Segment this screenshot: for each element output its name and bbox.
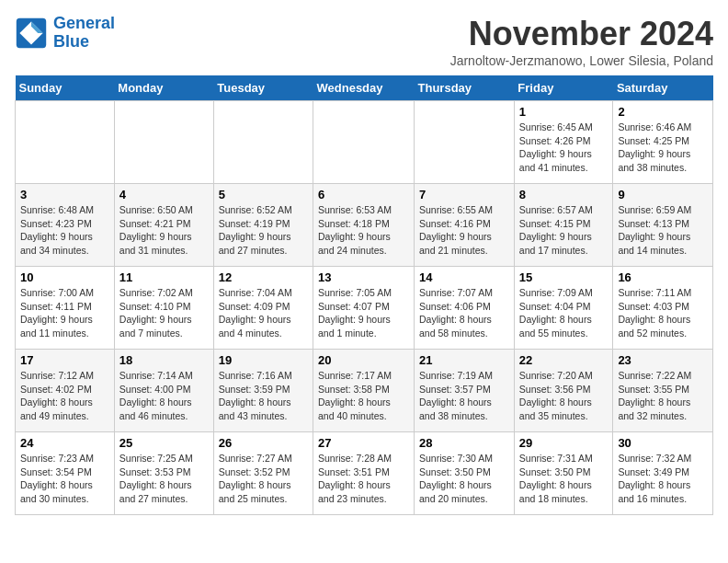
day-info: Sunrise: 7:20 AM Sunset: 3:56 PM Dayligh… bbox=[519, 369, 609, 423]
column-header-tuesday: Tuesday bbox=[213, 75, 313, 101]
day-number: 12 bbox=[219, 270, 308, 284]
calendar-cell: 15Sunrise: 7:09 AM Sunset: 4:04 PM Dayli… bbox=[514, 267, 613, 350]
calendar-cell: 3Sunrise: 6:48 AM Sunset: 4:23 PM Daylig… bbox=[16, 184, 115, 267]
day-number: 28 bbox=[419, 436, 509, 450]
day-number: 30 bbox=[618, 436, 708, 450]
calendar-cell: 4Sunrise: 6:50 AM Sunset: 4:21 PM Daylig… bbox=[114, 184, 213, 267]
day-number: 22 bbox=[519, 353, 609, 367]
day-info: Sunrise: 7:00 AM Sunset: 4:11 PM Dayligh… bbox=[20, 286, 109, 340]
calendar-cell: 25Sunrise: 7:25 AM Sunset: 3:53 PM Dayli… bbox=[114, 432, 213, 515]
calendar-cell: 16Sunrise: 7:11 AM Sunset: 4:03 PM Dayli… bbox=[613, 267, 713, 350]
calendar-cell bbox=[213, 101, 313, 184]
calendar-cell: 18Sunrise: 7:14 AM Sunset: 4:00 PM Dayli… bbox=[114, 350, 213, 432]
day-info: Sunrise: 7:07 AM Sunset: 4:06 PM Dayligh… bbox=[419, 286, 509, 340]
day-number: 17 bbox=[20, 353, 109, 367]
day-number: 13 bbox=[318, 270, 409, 284]
calendar-cell: 8Sunrise: 6:57 AM Sunset: 4:15 PM Daylig… bbox=[514, 184, 613, 267]
day-number: 19 bbox=[219, 353, 308, 367]
day-info: Sunrise: 7:11 AM Sunset: 4:03 PM Dayligh… bbox=[618, 286, 708, 340]
day-info: Sunrise: 7:30 AM Sunset: 3:50 PM Dayligh… bbox=[419, 452, 509, 506]
day-info: Sunrise: 7:19 AM Sunset: 3:57 PM Dayligh… bbox=[419, 369, 509, 423]
day-info: Sunrise: 6:52 AM Sunset: 4:19 PM Dayligh… bbox=[219, 203, 308, 258]
calendar-cell: 10Sunrise: 7:00 AM Sunset: 4:11 PM Dayli… bbox=[16, 267, 115, 350]
day-info: Sunrise: 7:04 AM Sunset: 4:09 PM Dayligh… bbox=[219, 286, 308, 340]
day-number: 21 bbox=[419, 353, 509, 367]
day-number: 3 bbox=[20, 188, 109, 201]
column-header-friday: Friday bbox=[514, 75, 613, 101]
day-info: Sunrise: 7:32 AM Sunset: 3:49 PM Dayligh… bbox=[618, 452, 708, 506]
day-number: 27 bbox=[318, 436, 409, 450]
logo: General Blue bbox=[15, 15, 115, 52]
day-number: 9 bbox=[618, 188, 708, 201]
column-header-sunday: Sunday bbox=[16, 75, 115, 101]
calendar-week-row: 1Sunrise: 6:45 AM Sunset: 4:26 PM Daylig… bbox=[16, 101, 713, 184]
title-area: November 2024 Jarnoltow-Jerzmanowo, Lowe… bbox=[450, 15, 713, 68]
day-number: 24 bbox=[20, 436, 109, 450]
calendar-cell bbox=[415, 101, 515, 184]
calendar-cell: 28Sunrise: 7:30 AM Sunset: 3:50 PM Dayli… bbox=[415, 432, 515, 515]
day-number: 5 bbox=[219, 188, 308, 201]
column-header-wednesday: Wednesday bbox=[313, 75, 415, 101]
logo-line2: Blue bbox=[53, 32, 89, 51]
day-number: 7 bbox=[419, 188, 509, 201]
day-info: Sunrise: 7:12 AM Sunset: 4:02 PM Dayligh… bbox=[20, 369, 109, 423]
day-number: 18 bbox=[119, 353, 209, 367]
calendar-cell: 7Sunrise: 6:55 AM Sunset: 4:16 PM Daylig… bbox=[415, 184, 515, 267]
day-number: 20 bbox=[318, 353, 409, 367]
calendar-cell bbox=[16, 101, 115, 184]
calendar-week-row: 3Sunrise: 6:48 AM Sunset: 4:23 PM Daylig… bbox=[16, 184, 713, 267]
calendar-cell: 22Sunrise: 7:20 AM Sunset: 3:56 PM Dayli… bbox=[514, 350, 613, 432]
day-number: 2 bbox=[618, 105, 708, 119]
day-number: 8 bbox=[519, 188, 609, 201]
column-header-monday: Monday bbox=[114, 75, 213, 101]
day-info: Sunrise: 7:31 AM Sunset: 3:50 PM Dayligh… bbox=[519, 452, 609, 506]
day-info: Sunrise: 7:02 AM Sunset: 4:10 PM Dayligh… bbox=[119, 286, 209, 340]
calendar-cell: 5Sunrise: 6:52 AM Sunset: 4:19 PM Daylig… bbox=[213, 184, 313, 267]
calendar-cell: 2Sunrise: 6:46 AM Sunset: 4:25 PM Daylig… bbox=[613, 101, 713, 184]
day-info: Sunrise: 7:05 AM Sunset: 4:07 PM Dayligh… bbox=[318, 286, 409, 340]
location-subtitle: Jarnoltow-Jerzmanowo, Lower Silesia, Pol… bbox=[450, 53, 713, 68]
day-number: 4 bbox=[119, 188, 209, 201]
calendar-cell bbox=[114, 101, 213, 184]
logo-text: General Blue bbox=[53, 15, 115, 52]
day-info: Sunrise: 6:55 AM Sunset: 4:16 PM Dayligh… bbox=[419, 203, 509, 258]
page-header: General Blue November 2024 Jarnoltow-Jer… bbox=[15, 15, 713, 68]
calendar-cell: 17Sunrise: 7:12 AM Sunset: 4:02 PM Dayli… bbox=[16, 350, 115, 432]
day-number: 1 bbox=[519, 105, 609, 119]
day-number: 16 bbox=[618, 270, 708, 284]
calendar-cell: 26Sunrise: 7:27 AM Sunset: 3:52 PM Dayli… bbox=[213, 432, 313, 515]
day-info: Sunrise: 6:45 AM Sunset: 4:26 PM Dayligh… bbox=[519, 121, 609, 175]
calendar-cell: 21Sunrise: 7:19 AM Sunset: 3:57 PM Dayli… bbox=[415, 350, 515, 432]
calendar-header-row: SundayMondayTuesdayWednesdayThursdayFrid… bbox=[16, 75, 713, 101]
day-info: Sunrise: 7:27 AM Sunset: 3:52 PM Dayligh… bbox=[219, 452, 308, 506]
day-info: Sunrise: 7:23 AM Sunset: 3:54 PM Dayligh… bbox=[20, 452, 109, 506]
day-info: Sunrise: 6:48 AM Sunset: 4:23 PM Dayligh… bbox=[20, 203, 109, 258]
calendar-cell: 30Sunrise: 7:32 AM Sunset: 3:49 PM Dayli… bbox=[613, 432, 713, 515]
calendar-cell: 20Sunrise: 7:17 AM Sunset: 3:58 PM Dayli… bbox=[313, 350, 415, 432]
day-number: 23 bbox=[618, 353, 708, 367]
day-number: 14 bbox=[419, 270, 509, 284]
day-number: 29 bbox=[519, 436, 609, 450]
logo-icon bbox=[15, 17, 48, 50]
day-info: Sunrise: 7:16 AM Sunset: 3:59 PM Dayligh… bbox=[219, 369, 308, 423]
calendar-cell: 29Sunrise: 7:31 AM Sunset: 3:50 PM Dayli… bbox=[514, 432, 613, 515]
calendar-cell: 12Sunrise: 7:04 AM Sunset: 4:09 PM Dayli… bbox=[213, 267, 313, 350]
logo-line1: General bbox=[53, 14, 115, 32]
day-number: 11 bbox=[119, 270, 209, 284]
calendar-cell: 6Sunrise: 6:53 AM Sunset: 4:18 PM Daylig… bbox=[313, 184, 415, 267]
column-header-saturday: Saturday bbox=[613, 75, 713, 101]
day-number: 25 bbox=[119, 436, 209, 450]
day-info: Sunrise: 7:17 AM Sunset: 3:58 PM Dayligh… bbox=[318, 369, 409, 423]
calendar-cell: 27Sunrise: 7:28 AM Sunset: 3:51 PM Dayli… bbox=[313, 432, 415, 515]
calendar-cell: 11Sunrise: 7:02 AM Sunset: 4:10 PM Dayli… bbox=[114, 267, 213, 350]
day-number: 15 bbox=[519, 270, 609, 284]
calendar-cell: 1Sunrise: 6:45 AM Sunset: 4:26 PM Daylig… bbox=[514, 101, 613, 184]
day-info: Sunrise: 7:14 AM Sunset: 4:00 PM Dayligh… bbox=[119, 369, 209, 423]
day-number: 10 bbox=[20, 270, 109, 284]
calendar-week-row: 10Sunrise: 7:00 AM Sunset: 4:11 PM Dayli… bbox=[16, 267, 713, 350]
day-info: Sunrise: 6:57 AM Sunset: 4:15 PM Dayligh… bbox=[519, 203, 609, 258]
calendar-cell bbox=[313, 101, 415, 184]
day-info: Sunrise: 7:25 AM Sunset: 3:53 PM Dayligh… bbox=[119, 452, 209, 506]
day-info: Sunrise: 7:22 AM Sunset: 3:55 PM Dayligh… bbox=[618, 369, 708, 423]
day-number: 6 bbox=[318, 188, 409, 201]
